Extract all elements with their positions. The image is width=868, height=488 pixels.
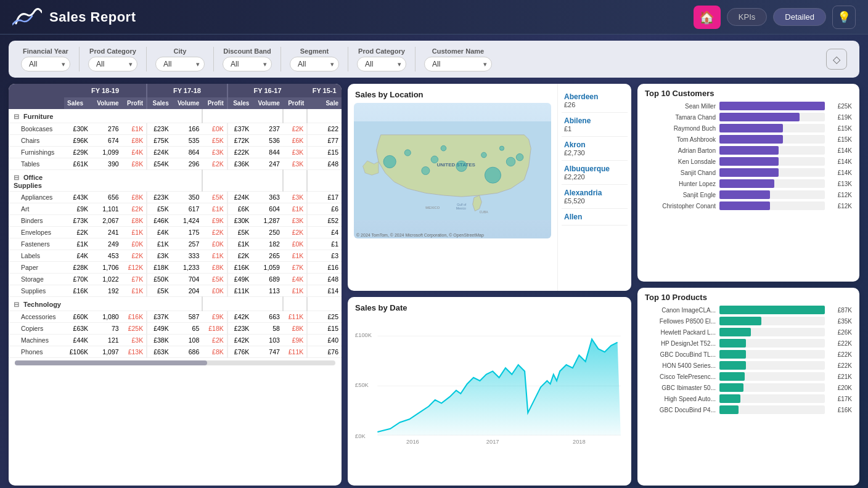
product-bar-track [719, 394, 825, 403]
customer-bar-fill [719, 113, 800, 121]
filter-discount-band-select[interactable]: All [223, 57, 272, 71]
row-s3: £11K [227, 285, 253, 297]
row-v3: 58 [252, 323, 283, 335]
row-v2: 296 [172, 158, 203, 170]
map-area[interactable]: MEXICO CUBA Gulf of Mexico UNITED STATES [354, 103, 551, 238]
row-p2: £2K [202, 335, 227, 346]
svg-point-6 [485, 167, 501, 183]
product-bar-track [719, 306, 825, 314]
city-item[interactable]: Alexandria £5,520 [562, 185, 628, 209]
customer-bar-fill [719, 146, 779, 155]
product-value: £22K [829, 351, 852, 358]
row-p3: £3K [283, 192, 307, 203]
row-p3: £1K [283, 203, 307, 215]
kpis-button[interactable]: KPIs [727, 8, 767, 26]
row-v2: 1,424 [172, 215, 203, 227]
product-bar-fill [719, 361, 746, 370]
filter-customer-name-select[interactable]: All [424, 57, 492, 71]
filter-prod-category2-select[interactable]: All [357, 57, 406, 71]
row-name: Paper [9, 262, 64, 274]
customer-name: Ken Lonsdale [645, 158, 716, 165]
filter-bar: Financial Year All Prod Category All Cit… [9, 41, 859, 78]
row-v2: 686 [172, 346, 203, 358]
row-p3: £8K [283, 323, 307, 335]
row-s2: £50K [147, 274, 172, 285]
map-svg: MEXICO CUBA Gulf of Mexico UNITED STATES [354, 103, 551, 238]
city-list[interactable]: Aberdeen £26 Abilene £1 Akron £2,730 Alb… [557, 84, 631, 291]
customer-bar-row: Sanjit Engle £12K [645, 190, 852, 199]
row-s2: £4K [147, 227, 172, 238]
city-name: Alexandria [564, 189, 625, 197]
clear-filters-button[interactable]: ◇ [826, 49, 847, 70]
table-row: Labels £4K 453 £2K £3K 333 £1K £2K 265 £… [9, 250, 342, 262]
product-bar-row: HON 5400 Series... £22K [645, 361, 852, 370]
row-v3: 663 [252, 311, 283, 323]
logo-icon [12, 6, 42, 28]
row-s4: £52 [307, 215, 342, 227]
table-row: Furnishings £29K 1,099 £4K £24K 864 £3K … [9, 147, 342, 158]
table-row: Copiers £63K 73 £25K £49K 65 £18K £23K 5… [9, 323, 342, 335]
filter-prod-category-select[interactable]: All [88, 57, 137, 71]
product-name: HON 5400 Series... [645, 362, 716, 369]
fy1617-header: FY 16-17 [227, 84, 308, 97]
product-bar-track [719, 317, 825, 325]
customer-name: Raymond Buch [645, 125, 716, 132]
svg-point-15 [516, 153, 523, 161]
table-row: Envelopes £2K 241 £1K £4K 175 £2K £5K 25… [9, 227, 342, 238]
filter-segment-select[interactable]: All [290, 57, 339, 71]
city-name: Abilene [564, 116, 625, 125]
home-button[interactable]: 🏠 [694, 6, 721, 29]
row-name: Supplies [9, 285, 64, 297]
row-s1: £4K [64, 250, 91, 262]
customer-bar-fill [719, 168, 779, 177]
row-s4: £15 [307, 323, 342, 335]
city-item[interactable]: Allen [562, 209, 628, 226]
customer-bar-fill [719, 102, 825, 110]
city-item[interactable]: Aberdeen £26 [562, 89, 628, 113]
row-s2: £75K [147, 135, 172, 147]
product-bar-fill [719, 394, 740, 403]
customer-bar-row: Tom Ashbrook £15K [645, 135, 852, 144]
row-s4: £1 [307, 238, 342, 250]
table-container[interactable]: FY 18-19 FY 17-18 FY 16-17 FY 15-1 Sales… [9, 84, 342, 486]
svg-text:£0K: £0K [355, 434, 366, 440]
collapse-icon[interactable]: ⊟ [14, 113, 19, 120]
table-category-row: ⊟ Technology [9, 297, 342, 311]
customer-bar-fill [719, 157, 779, 166]
city-item[interactable]: Abilene £1 [562, 113, 628, 137]
city-item[interactable]: Albuquerque £2,220 [562, 161, 628, 185]
row-p1: £12K [122, 262, 147, 274]
detailed-button[interactable]: Detailed [773, 8, 826, 26]
row-v1: 656 [91, 192, 122, 203]
product-bar-row: GBC DocuBind TL... £22K [645, 350, 852, 359]
customer-bar-row: Sanjit Chand £14K [645, 168, 852, 177]
row-name: Accessories [9, 311, 64, 323]
product-bar-track [719, 383, 825, 392]
filter-city-label: City [155, 47, 205, 55]
city-value: £2,730 [564, 149, 625, 157]
theme-button[interactable]: 💡 [832, 6, 856, 29]
svg-point-10 [404, 150, 411, 156]
filter-financial-year-select[interactable]: All [21, 57, 70, 71]
row-p3: £0K [283, 238, 307, 250]
collapse-icon[interactable]: ⊟ [14, 174, 19, 181]
row-s2: £5K [147, 203, 172, 215]
sales-chart-svg: £100K £50K £0K [355, 317, 624, 457]
collapse-icon[interactable]: ⊟ [14, 301, 19, 308]
table-row: Machines £44K 121 £3K £38K 108 £2K £42K … [9, 335, 342, 346]
product-bar-track [719, 405, 825, 414]
filter-city-select[interactable]: All [155, 57, 205, 71]
header-actions: 🏠 KPIs Detailed 💡 [694, 6, 856, 29]
row-s3: £36K [227, 158, 253, 170]
row-v2: 257 [172, 238, 203, 250]
row-s3: £2K [227, 250, 253, 262]
row-name: Appliances [9, 192, 64, 203]
customer-bar-track [719, 179, 825, 188]
city-item[interactable]: Akron £2,730 [562, 137, 628, 161]
map-panel: Sales by Location MEXICO CUBA [348, 84, 631, 291]
row-p2: £3K [202, 147, 227, 158]
table-scrollbar[interactable] [15, 360, 335, 365]
product-bar-track [719, 350, 825, 359]
svg-point-11 [383, 155, 396, 168]
row-v2: 204 [172, 285, 203, 297]
